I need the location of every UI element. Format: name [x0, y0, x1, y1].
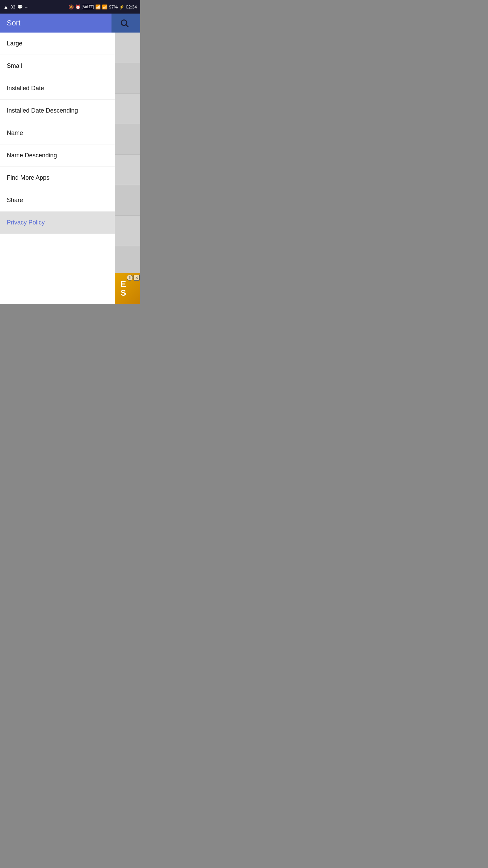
- signal-icon: 📶: [102, 4, 107, 9]
- menu-header: Sort: [0, 14, 115, 33]
- battery-percentage: 97%: [109, 4, 118, 9]
- menu-items-list: Large Small Installed Date Installed Dat…: [0, 33, 115, 304]
- sort-option-large[interactable]: Large: [0, 33, 115, 55]
- search-icon: [120, 18, 129, 28]
- sort-option-privacy-policy[interactable]: Privacy Policy: [0, 212, 115, 234]
- battery-icon: ⚡: [119, 4, 124, 9]
- volte-icon: VoLTE: [82, 5, 94, 9]
- alarm-icon: ⏰: [75, 4, 81, 9]
- ad-close-button[interactable]: ✕: [134, 275, 140, 281]
- sort-menu: Sort Large Small Installed Date Installe…: [0, 14, 115, 304]
- message-icon: 💬: [17, 4, 23, 9]
- sort-option-find-more-apps[interactable]: Find More Apps: [0, 167, 115, 189]
- ad-info-button[interactable]: ℹ: [127, 275, 133, 281]
- time-display: 02:34: [126, 4, 137, 9]
- svg-line-1: [126, 25, 128, 27]
- ad-text: ES: [121, 280, 126, 298]
- status-bar-left: ▲ 33 💬 ···: [3, 4, 28, 10]
- search-button-area[interactable]: [111, 14, 137, 33]
- sort-option-name[interactable]: Name: [0, 122, 115, 144]
- svg-point-0: [121, 20, 126, 25]
- app-icon: ▲: [3, 4, 8, 10]
- more-icon: ···: [25, 4, 28, 9]
- status-bar: ▲ 33 💬 ··· 🔕 ⏰ VoLTE 📶 📶 97% ⚡ 02:34: [0, 0, 140, 14]
- sort-option-share[interactable]: Share: [0, 189, 115, 212]
- menu-title: Sort: [7, 19, 20, 27]
- sort-option-name-desc[interactable]: Name Descending: [0, 144, 115, 167]
- wifi-icon: 📶: [95, 4, 101, 9]
- sort-option-installed-date[interactable]: Installed Date: [0, 77, 115, 100]
- notification-count: 33: [11, 4, 15, 9]
- status-bar-right: 🔕 ⏰ VoLTE 📶 📶 97% ⚡ 02:34: [68, 4, 137, 9]
- mute-icon: 🔕: [68, 4, 74, 9]
- sort-option-small[interactable]: Small: [0, 55, 115, 77]
- sort-option-installed-date-desc[interactable]: Installed Date Descending: [0, 100, 115, 122]
